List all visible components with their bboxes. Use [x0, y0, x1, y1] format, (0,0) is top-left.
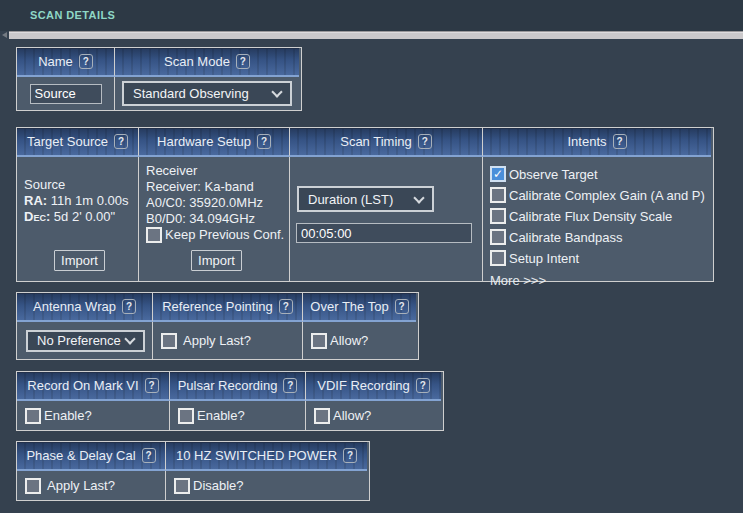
- intent-calibrate-bandpass[interactable]: Calibrate Bandpass: [490, 229, 711, 245]
- splitter-left-arrow-icon[interactable]: [0, 31, 9, 39]
- help-icon[interactable]: ?: [613, 134, 627, 149]
- antenna-wrap-selected-value: No Preference: [37, 333, 121, 348]
- scan-name-input[interactable]: [30, 84, 102, 104]
- help-icon[interactable]: ?: [343, 448, 357, 463]
- hardware-setup-cell: Receiver Receiver: Ka-band A0/C0: 35920.…: [139, 157, 290, 281]
- intent-calibrate-flux-density[interactable]: Calibrate Flux Density Scale: [490, 208, 711, 224]
- splitter-track[interactable]: [9, 31, 743, 39]
- apply-last-pointing-option[interactable]: Apply Last?: [161, 333, 251, 349]
- intents-cell: Observe Target Calibrate Complex Gain (A…: [483, 157, 711, 281]
- vdif-allow-option[interactable]: Allow?: [314, 408, 371, 424]
- help-icon[interactable]: ?: [279, 299, 293, 314]
- pulsar-enable-option[interactable]: Enable?: [178, 408, 245, 424]
- help-icon[interactable]: ?: [114, 134, 128, 149]
- receiver-line: Receiver: Ka-band: [146, 179, 287, 195]
- help-icon[interactable]: ?: [236, 54, 250, 69]
- intent-label: Observe Target: [509, 167, 598, 182]
- target-source-header: Target Source ?: [17, 128, 139, 157]
- more-intents-link[interactable]: More >>>: [490, 273, 711, 288]
- name-scanmode-table: Name ? Scan Mode ? Standard Observing: [16, 47, 302, 111]
- hardware-setup-header-label: Hardware Setup: [157, 134, 251, 149]
- horizontal-splitter[interactable]: [0, 31, 743, 39]
- scan-mode-header-label: Scan Mode: [164, 54, 230, 69]
- help-icon[interactable]: ?: [418, 134, 432, 149]
- scan-mode-select[interactable]: Standard Observing: [122, 81, 292, 106]
- calibration-table: Phase & Delay Cal ? 10 HZ SWITCHED POWER…: [16, 441, 370, 501]
- help-icon[interactable]: ?: [142, 448, 156, 463]
- mark-vi-header: Record On Mark VI ?: [17, 372, 170, 401]
- antenna-wrap-table: Antenna Wrap ? Reference Pointing ? Over…: [16, 292, 419, 360]
- duration-input[interactable]: [296, 223, 472, 243]
- apply-last-pointing-label: Apply Last?: [183, 333, 251, 348]
- checkbox-icon[interactable]: [490, 187, 506, 203]
- dec-line: Dec: 5d 2' 0.00": [24, 209, 135, 225]
- name-header-label: Name: [38, 54, 73, 69]
- name-cell: [17, 77, 115, 110]
- checkbox-icon[interactable]: [161, 333, 177, 349]
- checkbox-icon[interactable]: [174, 478, 190, 494]
- switched-power-disable-option[interactable]: Disable?: [174, 478, 244, 494]
- keep-previous-conf-option[interactable]: Keep Previous Conf.: [146, 227, 287, 243]
- help-icon[interactable]: ?: [122, 299, 136, 314]
- import-source-button[interactable]: Import: [54, 250, 105, 271]
- help-icon[interactable]: ?: [416, 378, 430, 393]
- scan-timing-cell: Duration (LST): [290, 157, 483, 281]
- a0c0-line: A0/C0: 35920.0MHz: [146, 195, 287, 211]
- checkbox-icon[interactable]: [490, 250, 506, 266]
- over-the-top-cell: Allow?: [303, 322, 416, 359]
- keep-previous-conf-label: Keep Previous Conf.: [165, 227, 284, 243]
- help-icon[interactable]: ?: [395, 299, 409, 314]
- scan-main-table: Target Source ? Hardware Setup ? Scan Ti…: [16, 127, 714, 282]
- help-icon[interactable]: ?: [79, 54, 93, 69]
- mark-vi-enable-option[interactable]: Enable?: [25, 408, 92, 424]
- intent-setup-intent[interactable]: Setup Intent: [490, 250, 711, 266]
- import-hardware-button[interactable]: Import: [191, 250, 242, 271]
- ra-line: RA: 11h 1m 0.00s: [24, 193, 135, 209]
- dec-label: Dec:: [24, 209, 50, 224]
- hardware-title: Receiver: [146, 163, 287, 179]
- antenna-wrap-cell: No Preference: [17, 322, 153, 359]
- switched-power-header-label: 10 HZ SWITCHED POWER: [176, 448, 337, 463]
- over-the-top-header-label: Over The Top: [310, 299, 388, 314]
- over-the-top-allow-label: Allow?: [330, 333, 368, 348]
- phase-delay-apply-last-option[interactable]: Apply Last?: [25, 478, 115, 494]
- checkbox-icon[interactable]: [490, 229, 506, 245]
- reference-pointing-header-label: Reference Pointing: [162, 299, 273, 314]
- mark-vi-enable-label: Enable?: [44, 408, 92, 423]
- intent-label: Setup Intent: [509, 251, 579, 266]
- checkbox-icon[interactable]: [146, 227, 162, 243]
- ra-value: 11h 1m 0.00s: [51, 193, 129, 208]
- intent-label: Calibrate Complex Gain (A and P): [509, 188, 705, 203]
- phase-delay-cal-cell: Apply Last?: [17, 471, 166, 500]
- mark-vi-cell: Enable?: [17, 401, 170, 430]
- checkbox-icon[interactable]: [178, 408, 194, 424]
- vdif-allow-label: Allow?: [333, 408, 371, 423]
- checkbox-icon[interactable]: [311, 333, 327, 349]
- checkbox-icon[interactable]: [25, 478, 41, 494]
- help-icon[interactable]: ?: [257, 134, 271, 149]
- intent-observe-target[interactable]: Observe Target: [490, 166, 711, 182]
- help-icon[interactable]: ?: [283, 378, 297, 393]
- source-name: Source: [24, 177, 135, 193]
- over-the-top-allow-option[interactable]: Allow?: [311, 333, 368, 349]
- chevron-down-icon: [413, 192, 424, 203]
- checkbox-icon[interactable]: [490, 208, 506, 224]
- intent-calibrate-complex-gain[interactable]: Calibrate Complex Gain (A and P): [490, 187, 711, 203]
- vdif-recording-header: VDIF Recording ?: [306, 372, 441, 401]
- checkbox-icon[interactable]: [490, 166, 506, 182]
- intents-header: Intents ?: [483, 128, 711, 157]
- checkbox-icon[interactable]: [25, 408, 41, 424]
- vdif-recording-cell: Allow?: [306, 401, 441, 430]
- phase-delay-apply-last-label: Apply Last?: [47, 478, 115, 493]
- checkbox-icon[interactable]: [314, 408, 330, 424]
- help-icon[interactable]: ?: [145, 378, 159, 393]
- antenna-wrap-select[interactable]: No Preference: [26, 330, 145, 352]
- ra-label: RA:: [24, 193, 47, 208]
- antenna-wrap-header: Antenna Wrap ?: [17, 293, 153, 322]
- timing-mode-select[interactable]: Duration (LST): [297, 186, 434, 212]
- mark-vi-header-label: Record On Mark VI: [27, 378, 138, 393]
- name-header: Name ?: [17, 48, 115, 77]
- over-the-top-header: Over The Top ?: [303, 293, 416, 322]
- scan-mode-cell: Standard Observing: [115, 77, 299, 110]
- pulsar-recording-header: Pulsar Recording ?: [170, 372, 306, 401]
